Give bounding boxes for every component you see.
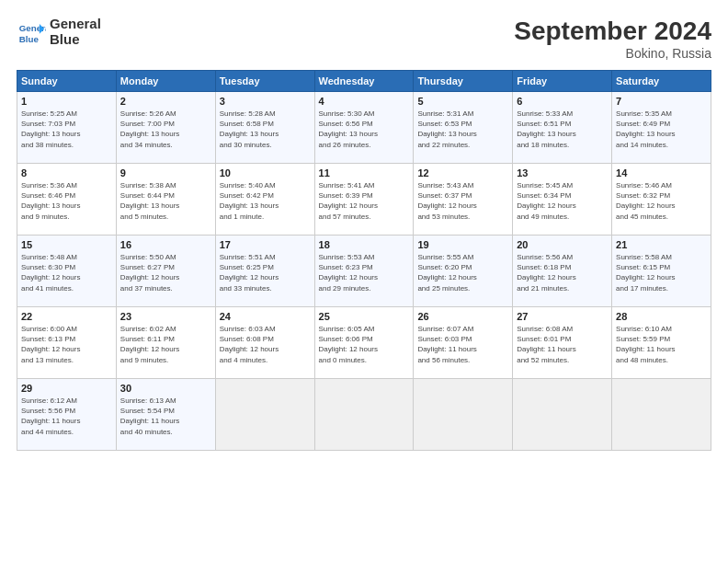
calendar-cell: 15Sunrise: 5:48 AMSunset: 6:30 PMDayligh… xyxy=(17,236,117,307)
day-detail: Sunrise: 6:03 AMSunset: 6:08 PMDaylight:… xyxy=(220,325,279,364)
calendar-cell xyxy=(215,379,314,451)
day-number: 2 xyxy=(120,96,211,107)
page: General Blue General Blue September 2024… xyxy=(0,0,728,563)
calendar-cell: 3Sunrise: 5:28 AMSunset: 6:58 PMDaylight… xyxy=(215,92,314,164)
calendar-cell xyxy=(513,379,612,451)
day-number: 30 xyxy=(120,383,211,394)
calendar-cell: 30Sunrise: 6:13 AMSunset: 5:54 PMDayligh… xyxy=(116,379,215,451)
day-number: 27 xyxy=(517,311,608,322)
day-detail: Sunrise: 6:00 AMSunset: 6:13 PMDaylight:… xyxy=(21,325,80,364)
day-detail: Sunrise: 5:26 AMSunset: 7:00 PMDaylight:… xyxy=(120,109,179,149)
day-detail: Sunrise: 5:41 AMSunset: 6:39 PMDaylight:… xyxy=(319,181,378,221)
day-number: 8 xyxy=(21,167,112,178)
day-detail: Sunrise: 5:48 AMSunset: 6:30 PMDaylight:… xyxy=(21,253,80,293)
day-number: 29 xyxy=(21,383,112,394)
day-number: 4 xyxy=(319,96,410,107)
day-number: 13 xyxy=(517,167,608,178)
calendar-cell: 21Sunrise: 5:58 AMSunset: 6:15 PMDayligh… xyxy=(612,236,711,307)
calendar-table: SundayMondayTuesdayWednesdayThursdayFrid… xyxy=(17,70,711,451)
calendar-cell: 12Sunrise: 5:43 AMSunset: 6:37 PMDayligh… xyxy=(414,164,513,236)
day-number: 12 xyxy=(417,167,508,178)
day-number: 6 xyxy=(517,96,608,107)
calendar-cell: 26Sunrise: 6:07 AMSunset: 6:03 PMDayligh… xyxy=(414,307,513,379)
weekday-header-thursday: Thursday xyxy=(414,71,513,92)
day-detail: Sunrise: 6:08 AMSunset: 6:01 PMDaylight:… xyxy=(517,325,575,364)
day-detail: Sunrise: 5:35 AMSunset: 6:49 PMDaylight:… xyxy=(616,109,675,149)
day-number: 20 xyxy=(517,239,608,250)
calendar-cell: 1Sunrise: 5:25 AMSunset: 7:03 PMDaylight… xyxy=(17,92,117,164)
calendar-cell: 25Sunrise: 6:05 AMSunset: 6:06 PMDayligh… xyxy=(314,307,414,379)
day-detail: Sunrise: 5:38 AMSunset: 6:44 PMDaylight:… xyxy=(120,181,179,221)
calendar-cell: 5Sunrise: 5:31 AMSunset: 6:53 PMDaylight… xyxy=(414,92,513,164)
day-number: 3 xyxy=(220,96,311,107)
day-number: 1 xyxy=(21,96,112,107)
day-number: 10 xyxy=(220,167,311,178)
day-number: 17 xyxy=(220,239,311,250)
calendar-cell: 28Sunrise: 6:10 AMSunset: 5:59 PMDayligh… xyxy=(612,307,711,379)
calendar-cell: 10Sunrise: 5:40 AMSunset: 6:42 PMDayligh… xyxy=(215,164,314,236)
calendar-cell: 18Sunrise: 5:53 AMSunset: 6:23 PMDayligh… xyxy=(314,236,414,307)
location: Bokino, Russia xyxy=(514,46,711,61)
calendar-cell: 14Sunrise: 5:46 AMSunset: 6:32 PMDayligh… xyxy=(612,164,711,236)
calendar-cell: 9Sunrise: 5:38 AMSunset: 6:44 PMDaylight… xyxy=(116,164,215,236)
calendar-cell: 7Sunrise: 5:35 AMSunset: 6:49 PMDaylight… xyxy=(612,92,711,164)
day-detail: Sunrise: 5:25 AMSunset: 7:03 PMDaylight:… xyxy=(21,109,80,149)
day-detail: Sunrise: 5:36 AMSunset: 6:46 PMDaylight:… xyxy=(21,181,80,221)
calendar-cell: 6Sunrise: 5:33 AMSunset: 6:51 PMDaylight… xyxy=(513,92,612,164)
day-detail: Sunrise: 5:55 AMSunset: 6:20 PMDaylight:… xyxy=(417,253,476,293)
day-detail: Sunrise: 6:02 AMSunset: 6:11 PMDaylight:… xyxy=(120,325,179,364)
logo: General Blue General Blue xyxy=(17,17,101,47)
month-title: September 2024 xyxy=(514,17,711,46)
title-block: September 2024 Bokino, Russia xyxy=(514,17,711,61)
day-detail: Sunrise: 5:45 AMSunset: 6:34 PMDaylight:… xyxy=(517,181,575,221)
svg-text:Blue: Blue xyxy=(19,33,40,43)
day-detail: Sunrise: 5:53 AMSunset: 6:23 PMDaylight:… xyxy=(319,253,378,293)
day-detail: Sunrise: 5:33 AMSunset: 6:51 PMDaylight:… xyxy=(517,109,575,149)
day-number: 21 xyxy=(616,239,707,250)
weekday-header-wednesday: Wednesday xyxy=(314,71,414,92)
day-detail: Sunrise: 6:13 AMSunset: 5:54 PMDaylight:… xyxy=(120,396,179,436)
logo-icon: General Blue xyxy=(17,17,46,47)
day-detail: Sunrise: 5:28 AMSunset: 6:58 PMDaylight:… xyxy=(220,109,279,149)
day-number: 15 xyxy=(21,239,112,250)
calendar-cell: 11Sunrise: 5:41 AMSunset: 6:39 PMDayligh… xyxy=(314,164,414,236)
logo-text-general: General xyxy=(50,17,101,32)
day-number: 9 xyxy=(120,167,211,178)
day-detail: Sunrise: 5:58 AMSunset: 6:15 PMDaylight:… xyxy=(616,253,675,293)
day-number: 26 xyxy=(417,311,508,322)
calendar-cell: 4Sunrise: 5:30 AMSunset: 6:56 PMDaylight… xyxy=(314,92,414,164)
day-number: 23 xyxy=(120,311,211,322)
calendar-cell: 19Sunrise: 5:55 AMSunset: 6:20 PMDayligh… xyxy=(414,236,513,307)
calendar-cell: 2Sunrise: 5:26 AMSunset: 7:00 PMDaylight… xyxy=(116,92,215,164)
weekday-header-monday: Monday xyxy=(116,71,215,92)
day-detail: Sunrise: 6:10 AMSunset: 5:59 PMDaylight:… xyxy=(616,325,675,364)
day-detail: Sunrise: 6:07 AMSunset: 6:03 PMDaylight:… xyxy=(417,325,476,364)
calendar-cell: 16Sunrise: 5:50 AMSunset: 6:27 PMDayligh… xyxy=(116,236,215,307)
day-number: 5 xyxy=(417,96,508,107)
calendar-cell: 20Sunrise: 5:56 AMSunset: 6:18 PMDayligh… xyxy=(513,236,612,307)
logo-text-blue: Blue xyxy=(50,32,101,48)
header: General Blue General Blue September 2024… xyxy=(17,17,711,61)
weekday-header-sunday: Sunday xyxy=(17,71,117,92)
weekday-header-tuesday: Tuesday xyxy=(215,71,314,92)
day-number: 11 xyxy=(319,167,410,178)
day-number: 16 xyxy=(120,239,211,250)
day-number: 25 xyxy=(319,311,410,322)
day-number: 18 xyxy=(319,239,410,250)
day-number: 19 xyxy=(417,239,508,250)
day-detail: Sunrise: 6:12 AMSunset: 5:56 PMDaylight:… xyxy=(21,396,80,436)
calendar-cell: 13Sunrise: 5:45 AMSunset: 6:34 PMDayligh… xyxy=(513,164,612,236)
calendar-cell xyxy=(414,379,513,451)
day-number: 24 xyxy=(220,311,311,322)
day-detail: Sunrise: 5:50 AMSunset: 6:27 PMDaylight:… xyxy=(120,253,179,293)
day-detail: Sunrise: 5:43 AMSunset: 6:37 PMDaylight:… xyxy=(417,181,476,221)
calendar-cell: 24Sunrise: 6:03 AMSunset: 6:08 PMDayligh… xyxy=(215,307,314,379)
day-detail: Sunrise: 5:30 AMSunset: 6:56 PMDaylight:… xyxy=(319,109,378,149)
weekday-header-friday: Friday xyxy=(513,71,612,92)
calendar-cell xyxy=(612,379,711,451)
day-number: 22 xyxy=(21,311,112,322)
calendar-cell: 27Sunrise: 6:08 AMSunset: 6:01 PMDayligh… xyxy=(513,307,612,379)
calendar-cell: 22Sunrise: 6:00 AMSunset: 6:13 PMDayligh… xyxy=(17,307,117,379)
calendar-cell: 17Sunrise: 5:51 AMSunset: 6:25 PMDayligh… xyxy=(215,236,314,307)
day-number: 28 xyxy=(616,311,707,322)
